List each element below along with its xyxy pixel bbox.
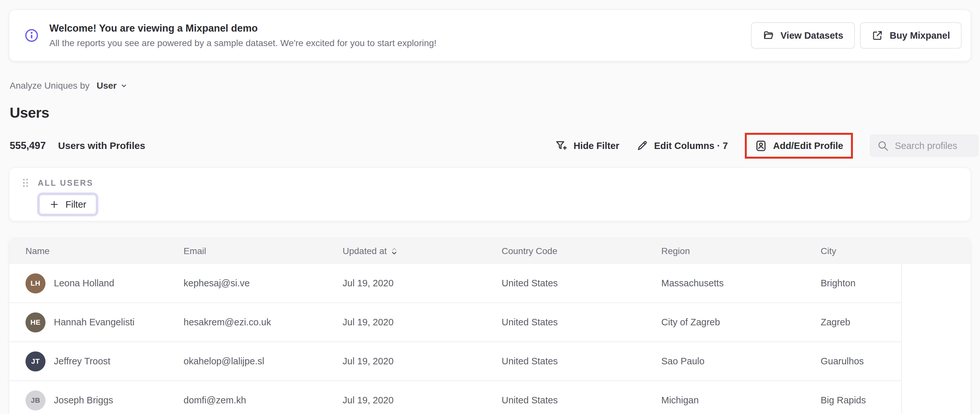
column-header-name[interactable]: Name	[10, 246, 167, 256]
cell-updated-at: Jul 19, 2020	[326, 278, 485, 289]
cell-city: Zagreb	[805, 317, 901, 328]
cell-city: Brighton	[805, 278, 901, 289]
analyze-entity-dropdown[interactable]: User	[97, 81, 127, 91]
info-icon	[24, 28, 39, 43]
cell-name: Hannah Evangelisti	[54, 317, 135, 328]
cell-region: City of Zagreb	[645, 317, 805, 328]
folder-icon	[762, 30, 774, 41]
cell-name: Leona Holland	[54, 278, 114, 289]
cell-country-code: United States	[485, 317, 645, 328]
cell-country-code: United States	[485, 395, 645, 406]
pencil-icon	[636, 140, 648, 152]
cell-region: Massachusetts	[645, 278, 805, 289]
view-datasets-button[interactable]: View Datasets	[751, 22, 855, 49]
add-filter-label: Filter	[65, 199, 86, 210]
page-title: Users	[10, 105, 970, 121]
red-annotation-box: Add/Edit Profile	[745, 133, 853, 159]
hide-filter-label: Hide Filter	[574, 141, 619, 151]
cell-country-code: United States	[485, 356, 645, 366]
cell-city: Big Rapids	[805, 395, 901, 406]
cell-updated-at: Jul 19, 2020	[326, 395, 485, 406]
table-header-row: Name Email Updated at Country Code Regio…	[10, 238, 970, 264]
buy-mixpanel-button[interactable]: Buy Mixpanel	[860, 22, 962, 49]
banner-subtitle: All the reports you see are powered by a…	[49, 38, 436, 48]
cell-email: domfi@zem.kh	[167, 395, 326, 406]
all-users-filter-card: ALL USERS Filter	[9, 168, 971, 221]
add-edit-profile-button[interactable]: Add/Edit Profile	[754, 139, 843, 152]
avatar: JB	[25, 390, 46, 411]
table-row[interactable]: JB Joseph Briggs domfi@zem.kh Jul 19, 20…	[10, 381, 901, 414]
table-row[interactable]: JT Jeffrey Troost okahelop@lalijpe.sl Ju…	[10, 342, 901, 381]
cell-city: Guarulhos	[805, 356, 901, 366]
cell-email: okahelop@lalijpe.sl	[167, 356, 326, 366]
contact-card-icon	[754, 139, 767, 152]
table-body: LH Leona Holland kephesaj@si.ve Jul 19, …	[10, 264, 902, 414]
cell-updated-at: Jul 19, 2020	[326, 356, 485, 366]
chevron-down-icon	[120, 82, 128, 90]
banner-title: Welcome! You are viewing a Mixpanel demo	[49, 22, 436, 34]
edit-columns-label: Edit Columns · 7	[654, 141, 728, 151]
cell-region: Sao Paulo	[645, 356, 805, 366]
cell-region: Michigan	[645, 395, 805, 406]
hide-filter-button[interactable]: Hide Filter	[555, 139, 619, 152]
column-header-email[interactable]: Email	[167, 246, 326, 256]
filter-button-focus-ring: Filter	[37, 192, 99, 216]
table-row[interactable]: LH Leona Holland kephesaj@si.ve Jul 19, …	[10, 264, 901, 303]
cell-country-code: United States	[485, 278, 645, 289]
users-table: Name Email Updated at Country Code Regio…	[9, 238, 971, 414]
add-filter-button[interactable]: Filter	[39, 194, 97, 214]
funnel-icon	[555, 139, 568, 152]
add-edit-profile-label: Add/Edit Profile	[773, 141, 843, 151]
external-link-icon	[872, 30, 883, 41]
search-icon	[877, 140, 889, 152]
cell-name: Jeffrey Troost	[54, 356, 110, 366]
buy-mixpanel-label: Buy Mixpanel	[890, 30, 950, 41]
table-row[interactable]: HE Hannah Evangelisti hesakrem@ezi.co.uk…	[10, 303, 901, 342]
cell-email: kephesaj@si.ve	[167, 278, 326, 289]
user-count-label: Users with Profiles	[58, 140, 145, 151]
avatar: LH	[25, 273, 46, 293]
search-profiles-input[interactable]	[895, 141, 972, 151]
cell-name: Joseph Briggs	[54, 395, 113, 406]
column-header-country-code[interactable]: Country Code	[485, 246, 645, 256]
search-profiles-box[interactable]	[870, 135, 979, 157]
analyze-entity-value: User	[97, 81, 116, 91]
drag-handle-icon[interactable]	[22, 178, 29, 188]
user-count: 555,497	[10, 140, 46, 152]
cell-updated-at: Jul 19, 2020	[326, 317, 485, 328]
avatar: JT	[25, 351, 46, 371]
column-header-updated-at[interactable]: Updated at	[326, 246, 485, 257]
all-users-section-label: ALL USERS	[38, 178, 94, 188]
column-header-region[interactable]: Region	[645, 246, 805, 256]
cell-email: hesakrem@ezi.co.uk	[167, 317, 326, 328]
view-datasets-label: View Datasets	[781, 30, 843, 41]
analyze-uniques-label: Analyze Uniques by	[10, 81, 89, 91]
column-header-city[interactable]: City	[805, 246, 970, 256]
sort-icon	[391, 246, 398, 257]
edit-columns-button[interactable]: Edit Columns · 7	[636, 140, 728, 152]
avatar: HE	[25, 312, 46, 332]
demo-banner: Welcome! You are viewing a Mixpanel demo…	[9, 10, 971, 61]
plus-icon	[49, 200, 59, 209]
